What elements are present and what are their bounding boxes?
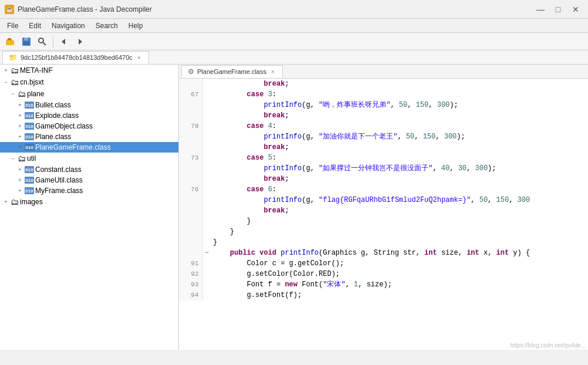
tree-label: Explode.class (35, 111, 79, 120)
collapse-gutter (202, 216, 211, 227)
code-panel: ⚙ PlaneGameFrame.class × break; (179, 65, 588, 350)
title-bar-left: ☕ PlaneGameFrame.class - Java Decompiler (5, 5, 152, 14)
menu-search[interactable]: Search (91, 21, 123, 31)
collapse-gutter[interactable]: − (202, 248, 211, 258)
tree-item-util[interactable]: − 🗂 util (0, 153, 178, 164)
collapse-gutter (202, 184, 211, 195)
table-row: } (179, 237, 588, 248)
code-line-content: g.setFont(f); (211, 290, 588, 300)
menu-navigation[interactable]: Navigation (47, 21, 90, 31)
table-row: printInfo(g, "如果撑过一分钟我岂不是很没面子", 40, 30, … (179, 163, 588, 174)
collapse-gutter (202, 258, 211, 269)
forward-button[interactable] (73, 35, 87, 49)
tree-label: cn.bjsxt (20, 78, 44, 86)
tree-item-planegameframe[interactable]: + 010 PlaneGameFrame.class (0, 142, 178, 153)
table-row: 91 Color c = g.getColor(); (179, 258, 588, 269)
folder-icon: 🗂 (11, 66, 19, 75)
tree-item-constant[interactable]: + 010 Constant.class (0, 164, 178, 175)
svg-point-6 (39, 38, 43, 43)
main-content: + 🗂 META-INF − 🗂 cn.bjsxt − 🗂 plane + 01… (0, 65, 588, 350)
svg-rect-1 (8, 38, 11, 40)
folder-icon: 🗂 (18, 89, 26, 99)
back-button[interactable] (57, 35, 71, 49)
code-tab-label: PlaneGameFrame.class (197, 68, 266, 75)
expand-icon: + (16, 144, 23, 151)
minimize-button[interactable]: — (533, 4, 548, 15)
collapse-gutter (202, 237, 211, 248)
table-row: printInfo(g, "哟，炸事班长呀兄弟", 50, 150, 300); (179, 100, 588, 110)
code-line-content: g.setColor(Color.RED); (211, 269, 588, 279)
tree-item-images[interactable]: + 🗂 images (0, 196, 178, 208)
tree-item-myframe[interactable]: + 010 MyFrame.class (0, 185, 178, 196)
code-tab[interactable]: ⚙ PlaneGameFrame.class × (181, 65, 283, 78)
title-controls: — □ ✕ (533, 4, 583, 15)
menu-bar: File Edit Navigation Search Help (0, 19, 588, 33)
expand-icon: − (9, 155, 16, 162)
menu-file[interactable]: File (2, 21, 23, 31)
svg-rect-5 (23, 42, 29, 45)
table-row: − public void printInfo(Graphics g, Stri… (179, 248, 588, 258)
code-tab-close[interactable]: × (269, 68, 276, 75)
expand-icon: + (16, 187, 23, 194)
code-line-content: } (211, 227, 588, 237)
tree-label: GameObject.class (35, 122, 93, 130)
code-line-content: } (211, 237, 588, 248)
line-number: 93 (179, 279, 202, 290)
tree-item-plane[interactable]: − 🗂 plane (0, 88, 178, 100)
line-number: 94 (179, 290, 202, 300)
line-number (179, 110, 202, 121)
menu-help[interactable]: Help (124, 21, 148, 31)
tree-item-explode[interactable]: + 010 Explode.class (0, 110, 178, 121)
expand-icon: + (16, 166, 23, 173)
search-button[interactable] (35, 35, 49, 49)
class-icon: 010 (25, 133, 34, 140)
expand-icon: + (16, 133, 23, 140)
code-line-content: printInfo(g, "如果撑过一分钟我岂不是很没面子", 40, 30, … (211, 163, 588, 174)
code-line-content: break; (211, 142, 588, 153)
class-icon: 010 (25, 102, 34, 109)
line-number (179, 174, 202, 184)
class-icon: 010 (25, 166, 34, 173)
svg-marker-9 (79, 39, 82, 45)
explorer-tab[interactable]: 📁 9dc125bf1b84478cb14813d9bed6470c × (2, 51, 149, 64)
tree-item-cn-bjsxt[interactable]: − 🗂 cn.bjsxt (0, 76, 178, 88)
code-content[interactable]: break; 67 case 3: printInfo(g, "哟，炸事班 (179, 79, 588, 350)
line-number (179, 100, 202, 110)
line-number (179, 79, 202, 89)
svg-line-7 (43, 42, 46, 45)
table-row: break; (179, 79, 588, 89)
expand-icon: + (16, 112, 23, 119)
folder-icon: 🗂 (11, 197, 19, 207)
toolbar-separator (53, 36, 53, 48)
expand-icon: − (2, 79, 9, 86)
open-button[interactable] (4, 35, 18, 49)
line-number (179, 248, 202, 258)
table-row: break; (179, 142, 588, 153)
collapse-gutter (202, 174, 211, 184)
tree-label: plane (27, 90, 44, 98)
tree-item-plane-class[interactable]: + 010 Plane.class (0, 131, 178, 142)
explorer-tab-close[interactable]: × (136, 54, 143, 61)
code-line-content: printInfo(g, "哟，炸事班长呀兄弟", 50, 150, 300); (211, 100, 588, 110)
tree-label: GameUtil.class (35, 176, 83, 184)
tree-item-gameutil[interactable]: + 010 GameUtil.class (0, 175, 178, 185)
tree-label: util (27, 154, 36, 163)
tree-item-meta-inf[interactable]: + 🗂 META-INF (0, 65, 178, 76)
table-row: printInfo(g, "加油你就是下一个老王", 50, 150, 300)… (179, 131, 588, 142)
tree-label: Constant.class (35, 165, 82, 174)
close-button[interactable]: ✕ (568, 4, 583, 15)
menu-edit[interactable]: Edit (24, 21, 46, 31)
explorer-tab-bar: 📁 9dc125bf1b84478cb14813d9bed6470c × (0, 50, 588, 65)
tree-label: Plane.class (35, 133, 71, 141)
table-row: 93 Font f = new Font("宋体", 1, size); (179, 279, 588, 290)
tree-item-gameobject[interactable]: + 010 GameObject.class (0, 121, 178, 131)
collapse-gutter (202, 79, 211, 89)
save-button[interactable] (19, 35, 33, 49)
tree-item-bullet[interactable]: + 010 Bullet.class (0, 100, 178, 110)
line-number (179, 163, 202, 174)
class-icon: 010 (25, 177, 34, 184)
code-line-content: printInfo(g, "flag{RGFqaURhbG1fSmlud2FuQ… (211, 195, 588, 205)
line-number: 92 (179, 269, 202, 279)
maximize-button[interactable]: □ (550, 4, 566, 15)
table-row: } (179, 216, 588, 227)
